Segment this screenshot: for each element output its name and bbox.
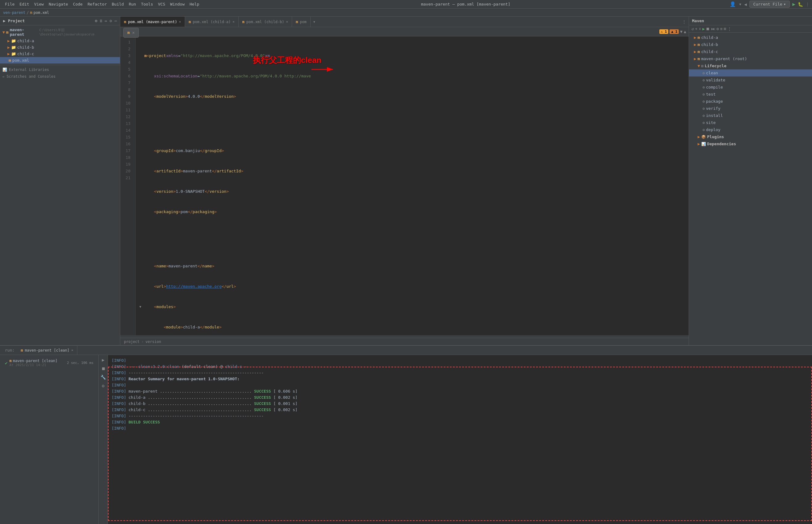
tab-pom-child-b[interactable]: m pom.xml (child-b) ✕ [239, 17, 292, 27]
tree-item-child-c[interactable]: ▶ 📁 child-c [0, 51, 120, 57]
external-libraries[interactable]: 📊 External Libraries [0, 66, 120, 73]
menu-build[interactable]: Build [110, 1, 127, 7]
maven-refresh-icon[interactable]: ↺ [692, 27, 694, 31]
line-numbers: 12345 678910 1112131415 1617181920 21 [120, 36, 136, 335]
tab-close-2[interactable]: ✕ [233, 20, 235, 24]
menu-refactor[interactable]: Refactor [85, 1, 110, 7]
code-line-1: m<project xmlns="http://maven.apache.org… [139, 52, 685, 59]
maven-child-b[interactable]: ▶ m child-b [689, 41, 812, 48]
breadcrumb-file[interactable]: pom.xml [34, 11, 49, 15]
breadcrumb-bottom-project[interactable]: project [124, 340, 140, 344]
tree-item-child-a[interactable]: ▶ 📁 child-a [0, 38, 120, 44]
breadcrumb-bottom-version[interactable]: version [146, 340, 161, 344]
maven-lifecycle-install[interactable]: ⚙ install [689, 112, 812, 119]
settings-icon[interactable]: ⚙ [110, 18, 112, 23]
maven-add-icon[interactable]: + [695, 27, 698, 31]
maven-lifecycle-test[interactable]: ⚙ test [689, 91, 812, 98]
back-icon[interactable]: ◀ [744, 2, 747, 7]
expand-icon[interactable]: ⇔ [105, 18, 107, 23]
tree-item-root[interactable]: ▼ m maven-parent C:\Users\半旧\Desktop\wz\… [0, 27, 120, 38]
locate-icon[interactable]: ⊕ [95, 18, 97, 23]
menu-window[interactable]: Window [168, 1, 187, 7]
maven-title: Maven [692, 18, 704, 23]
bottom-icon-4[interactable]: ⚙ [102, 383, 104, 388]
maven-more-icon[interactable]: ⋮ [728, 27, 731, 31]
tab-pom-maven-parent[interactable]: m pom.xml (maven-parent) ✕ [120, 17, 185, 27]
maven-child-a[interactable]: ▶ m child-a [689, 34, 812, 41]
run-sidebar: ✔ m maven-parent [clean] At 2025/2/11 14… [0, 355, 99, 524]
code-editor[interactable]: m<project xmlns="http://maven.apache.org… [136, 36, 689, 335]
maven-stop-icon[interactable]: ⏹ [706, 27, 710, 31]
maven-lifecycle-compile[interactable]: ⚙ compile [689, 84, 812, 91]
maven-lifecycle-clean[interactable]: ⚙ clean [689, 69, 812, 77]
expand-warnings-icon[interactable]: ▼ [680, 29, 682, 34]
run-item-label: maven-parent [clean] [13, 359, 58, 363]
maven-download-icon[interactable]: ⬇ [699, 27, 701, 31]
maven-lifecycle-validate[interactable]: ⚙ validate [689, 77, 812, 84]
bottom-tab-run[interactable]: m maven-parent [clean] ✕ [17, 346, 77, 355]
maven-lifecycle-verify[interactable]: ⚙ verify [689, 105, 812, 112]
fold-12[interactable]: ▼ [139, 304, 144, 310]
pom-label: pom.xml [12, 58, 29, 63]
console-line-5: [INFO] [112, 382, 808, 388]
maven-plugins-section[interactable]: ▶ 📦 Plugins [689, 133, 812, 140]
bottom-icon-3[interactable]: 🔧 [101, 375, 106, 380]
menu-help[interactable]: Help [187, 1, 202, 7]
debug-icon[interactable]: 🐛 [798, 2, 803, 7]
maven-lifecycle-site[interactable]: ⚙ site [689, 119, 812, 126]
maven-lifecycle-section[interactable]: ▼ ⊞ Lifecycle [689, 62, 812, 69]
maven-lifecycle-deploy[interactable]: ⚙ deploy [689, 126, 812, 133]
code-line-5: <groupId>com.banjiu</groupId> [139, 147, 685, 154]
tab-pom[interactable]: m pom [292, 17, 311, 27]
code-line-13: <module>child-a</module> [139, 324, 685, 331]
fold-1[interactable] [139, 52, 144, 59]
breadcrumb-project[interactable]: ven-parent [3, 11, 25, 15]
tab-file-icon: m [124, 20, 126, 24]
maven-collapse-icon[interactable]: ≡ [720, 27, 723, 31]
tab-close-1[interactable]: ✕ [179, 20, 181, 24]
current-file-button[interactable]: Current File ▾ [749, 1, 790, 8]
menu-run[interactable]: Run [127, 1, 138, 7]
tab-action-more[interactable]: ⋮ [682, 19, 686, 24]
maven-root[interactable]: ▶ m maven-parent (root) [689, 55, 812, 62]
tab-pom-child-a[interactable]: m pom.xml (child-a) ✕ [185, 17, 239, 27]
maven-settings-icon[interactable]: ⚙ [716, 27, 719, 31]
scratches-consoles[interactable]: ✏️ Scratches and Consoles [0, 73, 120, 80]
console-line-2: [INFO] --- clean:3.2.0:clean (default-cl… [112, 364, 808, 370]
menu-view[interactable]: View [32, 1, 46, 7]
maven-run-icon[interactable]: ▶ [702, 27, 705, 31]
menu-tools[interactable]: Tools [138, 1, 155, 7]
maven-child-c[interactable]: ▶ m child-c [689, 48, 812, 55]
run-item-clean[interactable]: ✔ m maven-parent [clean] At 2025/2/11 14… [2, 358, 96, 368]
horizontal-scrollbar[interactable] [120, 335, 689, 338]
navigate-up-icon[interactable]: ▲ [684, 29, 686, 34]
menu-vcs[interactable]: VCS [155, 1, 167, 7]
maven-lifecycle-package[interactable]: ⚙ package [689, 98, 812, 105]
editor-toolbar: ⚠ 1 ▲ 1 ▼ ▲ [120, 27, 689, 36]
menu-edit[interactable]: Edit [17, 1, 31, 7]
sidebar-header: ▶ Project ⊕ ≡ ⇔ ⚙ — [0, 17, 120, 25]
bottom-icon-2[interactable]: ⏹ [101, 366, 105, 371]
tree-item-pom[interactable]: m pom.xml [0, 57, 120, 64]
tab-overflow-button[interactable]: ▾ [311, 19, 318, 24]
bottom-tab-close[interactable]: ✕ [71, 348, 73, 352]
menu-file[interactable]: File [2, 1, 17, 7]
menu-navigate[interactable]: Navigate [46, 1, 71, 7]
maven-dependencies-section[interactable]: ▶ 📊 Dependencies [689, 140, 812, 147]
close-sidebar-icon[interactable]: — [114, 18, 117, 23]
schema-popup: m ✕ [136, 36, 139, 38]
code-line-4 [139, 114, 685, 134]
maven-group-icon[interactable]: ⊞ [724, 27, 726, 31]
collapse-icon[interactable]: ≡ [100, 18, 102, 23]
tab-close-3[interactable]: ✕ [286, 20, 288, 24]
more-actions-icon[interactable]: ⋮ [806, 2, 810, 6]
project-sidebar: ▶ Project ⊕ ≡ ⇔ ⚙ — ▼ m maven-parent C:\… [0, 17, 120, 345]
user-icon[interactable]: 👤 ▾ [730, 1, 742, 7]
maven-header: Maven [689, 17, 812, 25]
bottom-icon-1[interactable]: ▶ [102, 358, 104, 362]
console-line-9: [INFO] child-c .........................… [112, 407, 808, 413]
run-icon[interactable]: ▶ [792, 1, 795, 7]
tree-item-child-b[interactable]: ▶ 📁 child-b [0, 44, 120, 51]
maven-skip-icon[interactable]: ⏭ [711, 27, 715, 31]
menu-code[interactable]: Code [71, 1, 85, 7]
